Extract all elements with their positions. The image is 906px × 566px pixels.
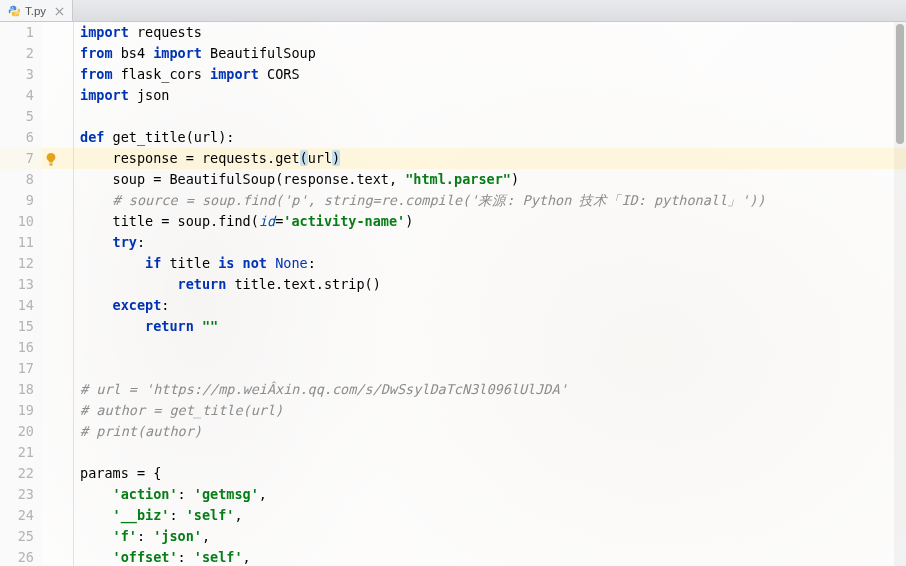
line-number: 12 xyxy=(0,253,34,274)
line-number: 7 xyxy=(0,148,34,169)
code-line[interactable]: # author = get_title(url) xyxy=(80,400,906,421)
line-number: 13 xyxy=(0,274,34,295)
line-number: 23 xyxy=(0,484,34,505)
line-number: 4 xyxy=(0,85,34,106)
code-line[interactable]: except: xyxy=(80,295,906,316)
code-lines[interactable]: import requestsfrom bs4 import Beautiful… xyxy=(74,22,906,566)
line-number: 20 xyxy=(0,421,34,442)
code-line[interactable]: from flask_cors import CORS xyxy=(80,64,906,85)
code-line[interactable]: params = { xyxy=(80,463,906,484)
code-line[interactable]: 'offset': 'self', xyxy=(80,547,906,566)
line-number: 5 xyxy=(0,106,34,127)
python-file-icon xyxy=(8,5,20,17)
code-line[interactable] xyxy=(80,106,906,127)
code-line[interactable]: # source = soup.find('p', string=re.comp… xyxy=(80,190,906,211)
code-line[interactable]: # print(author) xyxy=(80,421,906,442)
line-number-gutter: 1234567891011121314151617181920212223242… xyxy=(0,22,42,566)
line-number: 19 xyxy=(0,400,34,421)
code-line[interactable]: import requests xyxy=(80,22,906,43)
lightbulb-icon[interactable] xyxy=(44,151,58,165)
line-number: 26 xyxy=(0,547,34,566)
code-line[interactable]: 'f': 'json', xyxy=(80,526,906,547)
line-number: 11 xyxy=(0,232,34,253)
close-icon[interactable] xyxy=(55,6,64,15)
line-number: 17 xyxy=(0,358,34,379)
line-number: 8 xyxy=(0,169,34,190)
line-number: 1 xyxy=(0,22,34,43)
code-line[interactable]: try: xyxy=(80,232,906,253)
code-line[interactable]: # url = 'https://mp.weiÂxin.qq.com/s/DwS… xyxy=(80,379,906,400)
fold-column xyxy=(64,22,74,566)
code-line[interactable]: return "" xyxy=(80,316,906,337)
code-line[interactable]: soup = BeautifulSoup(response.text, "htm… xyxy=(80,169,906,190)
code-line[interactable]: import json xyxy=(80,85,906,106)
code-line[interactable]: response = requests.get(url) xyxy=(80,148,906,169)
code-line[interactable]: def get_title(url): xyxy=(80,127,906,148)
line-number: 21 xyxy=(0,442,34,463)
code-line[interactable] xyxy=(80,358,906,379)
code-line[interactable]: if title is not None: xyxy=(80,253,906,274)
line-number: 3 xyxy=(0,64,34,85)
code-editor[interactable]: 1234567891011121314151617181920212223242… xyxy=(0,22,906,566)
tab-bar: T.py xyxy=(0,0,906,22)
line-number: 6 xyxy=(0,127,34,148)
tab-filename: T.py xyxy=(25,5,46,17)
line-number: 2 xyxy=(0,43,34,64)
code-line[interactable]: 'action': 'getmsg', xyxy=(80,484,906,505)
code-line[interactable]: title = soup.find(id='activity-name') xyxy=(80,211,906,232)
tab-file[interactable]: T.py xyxy=(0,0,73,21)
line-number: 25 xyxy=(0,526,34,547)
line-number: 16 xyxy=(0,337,34,358)
line-number: 10 xyxy=(0,211,34,232)
annotation-column xyxy=(42,22,64,566)
code-line[interactable] xyxy=(80,337,906,358)
code-line[interactable] xyxy=(80,442,906,463)
code-line[interactable]: return title.text.strip() xyxy=(80,274,906,295)
line-number: 9 xyxy=(0,190,34,211)
line-number: 18 xyxy=(0,379,34,400)
line-number: 15 xyxy=(0,316,34,337)
vertical-scrollbar[interactable] xyxy=(894,22,906,566)
line-number: 24 xyxy=(0,505,34,526)
line-number: 14 xyxy=(0,295,34,316)
svg-rect-3 xyxy=(50,165,53,166)
code-line[interactable]: '__biz': 'self', xyxy=(80,505,906,526)
scrollbar-thumb[interactable] xyxy=(896,24,904,144)
code-line[interactable]: from bs4 import BeautifulSoup xyxy=(80,43,906,64)
line-number: 22 xyxy=(0,463,34,484)
svg-rect-2 xyxy=(49,163,53,164)
